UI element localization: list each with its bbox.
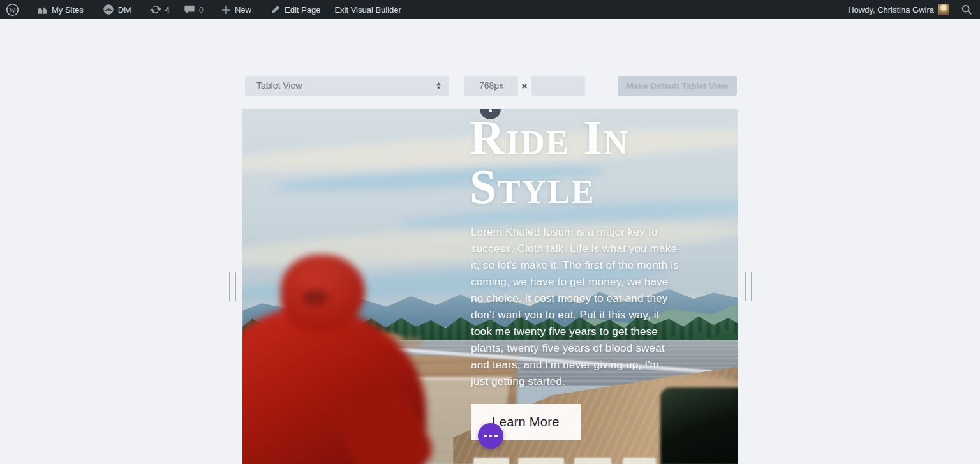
ellipsis-icon[interactable] xyxy=(478,423,503,449)
resize-handle-left[interactable] xyxy=(228,272,236,301)
howdy-menu[interactable]: Howdy, Christina Gwira xyxy=(842,0,955,19)
avatar xyxy=(938,4,949,15)
make-default-tablet-view-button[interactable]: Make Default Tablet View xyxy=(618,76,737,96)
my-sites-icon xyxy=(36,5,48,15)
divi-label: Divi xyxy=(118,5,132,15)
my-sites-label: My Sites xyxy=(52,5,84,15)
my-sites-menu[interactable]: My Sites xyxy=(30,0,89,19)
new-menu[interactable]: New xyxy=(216,0,257,19)
howdy-label: Howdy, Christina Gwira xyxy=(848,5,934,15)
wp-admin-bar: W My Sites Divi 4 0 New Edit Page xyxy=(0,0,980,19)
wordpress-logo-icon: W xyxy=(6,3,19,17)
edit-page-menu[interactable]: Edit Page xyxy=(265,0,326,19)
device-view-select[interactable]: Tablet View xyxy=(245,76,449,96)
preview-width-input[interactable] xyxy=(464,76,518,96)
new-label: New xyxy=(235,5,251,15)
hero-body-text: Lorem Khaled Ipsum is a major key to suc… xyxy=(471,224,695,390)
plus-icon xyxy=(221,5,231,15)
comments-menu[interactable]: 0 xyxy=(178,0,209,19)
search-icon xyxy=(961,4,972,15)
update-count: 4 xyxy=(165,5,170,15)
divi-gauge-icon xyxy=(103,4,114,15)
preview-height-input[interactable] xyxy=(531,76,585,96)
responsive-preview-frame: Ride In Style Lorem Khaled Ipsum is a ma… xyxy=(242,109,738,464)
edit-page-label: Edit Page xyxy=(285,5,320,15)
wp-logo-menu[interactable]: W xyxy=(0,0,25,19)
search-menu[interactable] xyxy=(955,0,980,19)
dimensions-separator: × xyxy=(519,76,530,96)
pencil-icon xyxy=(271,4,281,15)
svg-text:W: W xyxy=(10,6,16,13)
updates-icon xyxy=(150,4,161,15)
device-view-select-value: Tablet View xyxy=(256,80,302,91)
select-arrows-icon xyxy=(436,82,442,90)
hero-title: Ride In Style xyxy=(470,113,674,211)
exit-visual-builder-label: Exit Visual Builder xyxy=(334,5,401,15)
exit-visual-builder[interactable]: Exit Visual Builder xyxy=(329,0,407,19)
comments-icon xyxy=(184,4,195,15)
divi-menu[interactable]: Divi xyxy=(97,0,138,19)
resize-handle-right[interactable] xyxy=(745,272,752,301)
updates-menu[interactable]: 4 xyxy=(144,0,175,19)
comment-count: 0 xyxy=(199,5,204,15)
